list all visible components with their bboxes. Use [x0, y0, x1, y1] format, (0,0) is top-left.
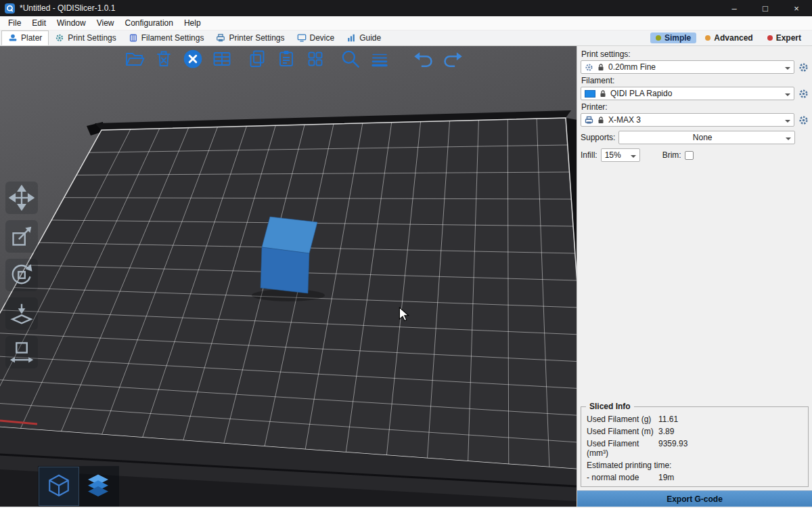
- tab-label: Plater: [21, 33, 42, 43]
- sliced-info-row: Estimated printing time:: [581, 459, 808, 471]
- copy-button[interactable]: [246, 47, 269, 70]
- plater-toolbar: [123, 47, 464, 70]
- printer-combo[interactable]: X-MAX 3: [581, 113, 794, 127]
- sliced-info-row: Used Filament (g) 11.61: [581, 413, 808, 425]
- filament-combo[interactable]: QIDI PLA Rapido: [581, 87, 794, 100]
- tab-label: Printer Settings: [229, 33, 284, 43]
- copy-icon: [246, 48, 268, 70]
- split-to-parts-button[interactable]: [304, 47, 327, 70]
- print-settings-combo[interactable]: 0.20mm Fine: [581, 60, 794, 74]
- gear-icon: [798, 115, 809, 125]
- printer-mini-icon: [585, 116, 593, 125]
- preview-view-button[interactable]: [78, 467, 118, 505]
- tab-guide[interactable]: Guide: [340, 30, 387, 45]
- scale-tool-button[interactable]: [5, 220, 38, 253]
- supports-value: None: [623, 133, 782, 142]
- undo-icon: [412, 47, 435, 70]
- menu-window[interactable]: Window: [51, 18, 91, 28]
- tab-label: Device: [310, 33, 335, 43]
- lock-icon: [597, 63, 605, 71]
- sidebar-empty-space: [577, 163, 812, 406]
- split-to-parts-icon: [304, 48, 326, 70]
- variable-layer-height-button[interactable]: [368, 47, 391, 70]
- filament-value: QIDI PLA Rapido: [610, 89, 782, 98]
- undo-button[interactable]: [412, 47, 435, 70]
- mode-advanced[interactable]: Advanced: [700, 33, 758, 43]
- viewport-3d-scene[interactable]: [0, 46, 577, 507]
- infill-label: Infill:: [581, 150, 597, 160]
- tab-label: Print Settings: [68, 33, 116, 43]
- menu-file[interactable]: File: [3, 18, 26, 28]
- sliced-info-title: Sliced Info: [586, 402, 634, 411]
- gear-icon: [798, 89, 809, 99]
- supports-combo[interactable]: None: [618, 131, 795, 144]
- open-folder-button[interactable]: [123, 47, 146, 70]
- mode-label: Advanced: [714, 33, 752, 43]
- measure-tool-button[interactable]: [5, 336, 38, 368]
- menu-help[interactable]: Help: [179, 18, 206, 28]
- search-button[interactable]: [339, 47, 362, 70]
- editor-view-button[interactable]: [39, 467, 78, 505]
- printer-label: Printer:: [581, 102, 809, 112]
- arrange-button[interactable]: [210, 47, 233, 70]
- print-bed: [0, 46, 577, 507]
- filament-label: Filament:: [581, 76, 809, 85]
- mode-label: Expert: [776, 33, 801, 43]
- menu-edit[interactable]: Edit: [26, 18, 51, 28]
- chevron-down-icon: [785, 93, 790, 99]
- mode-label: Simple: [664, 33, 691, 43]
- maximize-button[interactable]: □: [750, 0, 781, 16]
- preview-layers-icon: [85, 473, 112, 500]
- print-settings-label: Print settings:: [581, 49, 809, 59]
- tab-plater[interactable]: Plater: [1, 30, 49, 45]
- tab-label: Filament Settings: [141, 33, 204, 43]
- place-on-face-tool-button[interactable]: [5, 297, 38, 330]
- gear-icon: [55, 33, 64, 43]
- paste-button[interactable]: [275, 47, 298, 70]
- chevron-down-icon: [785, 67, 790, 72]
- scale-icon: [9, 224, 35, 249]
- sliced-info-row: Used Filament (mm³) 9359.93: [581, 438, 808, 459]
- mode-expert[interactable]: Expert: [762, 33, 807, 43]
- move-tool-button[interactable]: [5, 182, 38, 214]
- rotate-icon: [9, 262, 35, 288]
- search-icon: [339, 47, 362, 70]
- variable-layer-height-icon: [369, 48, 390, 70]
- mode-selector: Simple Advanced Expert: [650, 30, 812, 45]
- export-gcode-button[interactable]: Export G-code: [577, 490, 812, 507]
- tab-device[interactable]: Device: [291, 30, 341, 45]
- filament-gear-button[interactable]: [797, 87, 809, 100]
- redo-icon: [441, 47, 464, 70]
- advanced-mode-dot-icon: [705, 35, 710, 41]
- print-settings-gear-button[interactable]: [797, 61, 809, 73]
- menu-configuration[interactable]: Configuration: [120, 18, 179, 28]
- lock-icon: [597, 116, 605, 124]
- mode-simple[interactable]: Simple: [650, 33, 696, 43]
- infill-combo[interactable]: 15%: [601, 148, 640, 162]
- sliced-info-row: Used Filament (m) 3.89: [581, 425, 808, 438]
- tabbar: Plater Print Settings Filament Settings …: [0, 30, 812, 46]
- minimize-button[interactable]: –: [719, 0, 750, 16]
- delete-all-button[interactable]: [181, 47, 204, 70]
- printer-value: X-MAX 3: [608, 115, 782, 125]
- menu-view[interactable]: View: [91, 18, 120, 28]
- redo-button[interactable]: [441, 47, 464, 70]
- device-icon: [297, 33, 307, 43]
- tab-printer-settings[interactable]: Printer Settings: [210, 30, 290, 45]
- sliced-info-row: - normal mode 19m: [581, 471, 808, 484]
- filament-icon: [129, 33, 138, 43]
- brim-checkbox[interactable]: [685, 151, 694, 160]
- rotate-tool-button[interactable]: [5, 259, 38, 291]
- open-folder-icon: [124, 48, 145, 70]
- delete-icon: [153, 48, 175, 70]
- move-icon: [9, 185, 35, 211]
- tab-print-settings[interactable]: Print Settings: [49, 30, 122, 45]
- mouse-cursor: [398, 307, 410, 322]
- lock-icon: [599, 89, 607, 98]
- delete-button[interactable]: [152, 47, 175, 70]
- close-button[interactable]: ×: [781, 0, 812, 16]
- paste-icon: [275, 48, 297, 70]
- tab-filament-settings[interactable]: Filament Settings: [122, 30, 210, 45]
- sidebar-settings-panel: Print settings: 0.20mm Fine: [577, 46, 812, 507]
- printer-gear-button[interactable]: [797, 114, 809, 126]
